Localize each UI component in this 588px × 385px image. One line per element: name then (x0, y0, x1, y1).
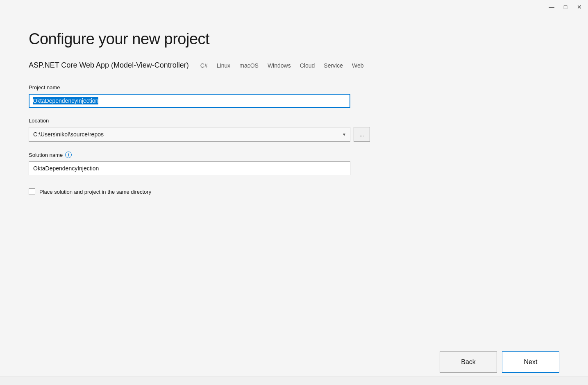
tag-csharp: C# (200, 62, 208, 69)
project-type-row: ASP.NET Core Web App (Model-View-Control… (29, 61, 559, 70)
browse-button[interactable]: ... (354, 127, 370, 142)
tag-windows: Windows (268, 62, 291, 69)
main-window: — □ ✕ Configure your new project ASP.NET… (0, 0, 588, 385)
minimize-button[interactable]: — (548, 3, 555, 11)
close-button[interactable]: ✕ (576, 3, 583, 11)
same-directory-checkbox[interactable] (29, 188, 35, 195)
next-button[interactable]: Next (502, 351, 559, 373)
tag-cloud: Cloud (300, 62, 315, 69)
project-name-selected-text: OktaDependencyInjection (33, 97, 98, 104)
tag-web: Web (352, 62, 364, 69)
form-section: Project name OktaDependencyInjection Loc… (29, 84, 559, 195)
status-bar (0, 376, 588, 385)
solution-name-group: Solution name i (29, 152, 559, 175)
location-group: Location C:\Users\nikol\source\repos ▼ .… (29, 118, 559, 142)
location-select[interactable]: C:\Users\nikol\source\repos (29, 127, 350, 142)
location-select-wrapper: C:\Users\nikol\source\repos ▼ (29, 127, 350, 142)
maximize-button[interactable]: □ (562, 3, 569, 11)
solution-name-info-icon[interactable]: i (65, 152, 72, 158)
tag-service: Service (324, 62, 343, 69)
project-name-label: Project name (29, 84, 559, 91)
same-directory-label: Place solution and project in the same d… (39, 189, 151, 195)
solution-name-label: Solution name i (29, 152, 559, 158)
project-name-input[interactable]: OktaDependencyInjection (29, 94, 350, 108)
solution-name-input[interactable] (29, 161, 350, 175)
tag-macos: macOS (239, 62, 259, 69)
location-label: Location (29, 118, 559, 124)
back-button[interactable]: Back (440, 351, 497, 373)
same-directory-row: Place solution and project in the same d… (29, 188, 559, 195)
project-type-name: ASP.NET Core Web App (Model-View-Control… (29, 61, 189, 70)
location-row: C:\Users\nikol\source\repos ▼ ... (29, 127, 559, 142)
project-name-group: Project name OktaDependencyInjection (29, 84, 559, 108)
tags-container: C# Linux macOS Windows Cloud Service Web (200, 62, 364, 69)
content-area: Configure your new project ASP.NET Core … (0, 14, 588, 345)
page-title: Configure your new project (29, 30, 559, 48)
tag-linux: Linux (217, 62, 230, 69)
titlebar: — □ ✕ (0, 0, 588, 14)
